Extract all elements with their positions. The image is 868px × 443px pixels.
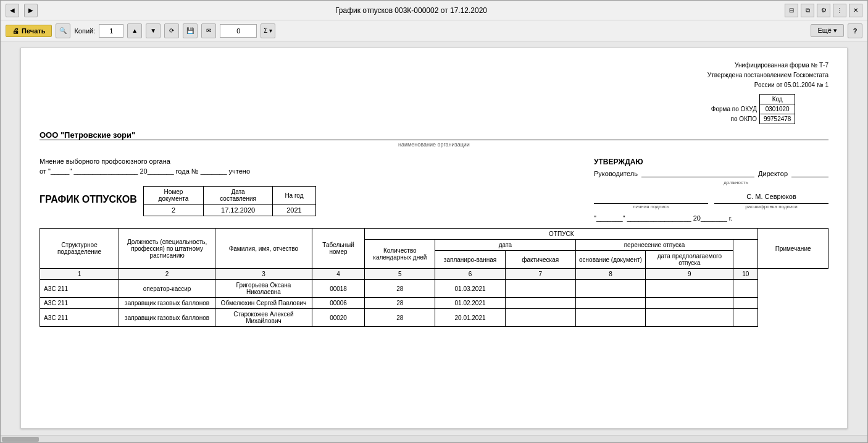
cell-days-1: 28 bbox=[365, 298, 435, 309]
print-button[interactable]: 🖨 Печать bbox=[6, 25, 52, 37]
rukovoditel-underline bbox=[641, 177, 754, 177]
org-sublabel: наименование организации bbox=[40, 141, 828, 148]
cell-tab-2: 00020 bbox=[312, 309, 365, 327]
cell-actual-0 bbox=[505, 280, 575, 298]
cell-actual-1 bbox=[505, 298, 575, 309]
main-table: Структурное подразделение Должность (спе… bbox=[40, 228, 828, 327]
okpo-value: 99752478 bbox=[759, 114, 795, 124]
copies-label: Копий: bbox=[74, 27, 95, 35]
th-transfer-date: дата предполагаемого отпуска bbox=[646, 251, 733, 269]
form-line3: России от 05.01.2004 № 1 bbox=[707, 80, 828, 90]
settings-win-button[interactable]: ⚙ bbox=[817, 4, 830, 17]
sigma-button[interactable]: Σ ▾ bbox=[261, 23, 275, 38]
cell-note-2 bbox=[733, 309, 758, 327]
lichnaya-label: личная подпись bbox=[594, 204, 708, 209]
org-section: ООО "Петровские зори" наименование орган… bbox=[40, 130, 828, 148]
okud-table: Код Форма по ОКУД 0301020 по ОКПО 997524… bbox=[707, 94, 796, 124]
table-row: АЗС 211 заправщик газовых баллонов Обмел… bbox=[40, 298, 828, 309]
cell-transfer-1 bbox=[646, 298, 733, 309]
th-date: дата bbox=[435, 240, 575, 251]
content-area: Унифицированная форма № Т-7 Утверждена п… bbox=[1, 41, 867, 435]
toolbar-right: Ещё ▾ ? bbox=[811, 23, 862, 38]
back-button[interactable]: ◀ bbox=[6, 4, 19, 17]
cell-name-2: Старокожев Алексей Михайлович bbox=[215, 309, 312, 327]
col-year-header: На год bbox=[273, 187, 316, 205]
cell-tab-1: 00006 bbox=[312, 298, 365, 309]
th-pos: Должность (специальность, профессия) по … bbox=[119, 229, 215, 269]
left-content: Мнение выборного профсоюзного органа от … bbox=[40, 158, 582, 222]
forward-button[interactable]: ▶ bbox=[24, 4, 38, 17]
scan-button[interactable]: 🔍 bbox=[56, 23, 70, 38]
cell-basis-1 bbox=[575, 298, 646, 309]
horizontal-scrollbar[interactable] bbox=[1, 435, 867, 442]
col-num-7: 7 bbox=[505, 269, 575, 280]
th-transfer: перенесение отпуска bbox=[575, 240, 733, 251]
cell-note-1 bbox=[733, 298, 758, 309]
print-label: Печать bbox=[22, 27, 45, 35]
save-button[interactable]: 💾 bbox=[183, 23, 198, 38]
okpo-label: по ОКПО bbox=[707, 114, 760, 124]
th-vacation: ОТПУСК bbox=[365, 229, 758, 240]
doc-header: Унифицированная форма № Т-7 Утверждена п… bbox=[40, 61, 828, 124]
middle-section: Мнение выборного профсоюзного органа от … bbox=[40, 158, 828, 222]
cell-dept-0: АЗС 211 bbox=[40, 280, 119, 298]
th-note: Примечание bbox=[758, 229, 828, 269]
increment-button[interactable]: ▲ bbox=[127, 23, 142, 38]
cell-pos-1: заправщик газовых баллонов bbox=[119, 298, 215, 309]
cell-actual-2 bbox=[505, 309, 575, 327]
th-dept: Структурное подразделение bbox=[40, 229, 119, 269]
approve-title: УТВЕРЖДАЮ bbox=[594, 158, 828, 166]
cell-days-2: 28 bbox=[365, 309, 435, 327]
sign-block-left: личная подпись bbox=[594, 193, 708, 209]
date-approval: "_______" _________________ 20_______ г. bbox=[594, 214, 828, 222]
th-days: Количество календарных дней bbox=[365, 240, 435, 269]
cell-transfer-2 bbox=[646, 309, 733, 327]
app-window: ◀ ▶ График отпусков 003К-000002 от 17.12… bbox=[0, 0, 868, 443]
doc-year-value: 2021 bbox=[273, 205, 316, 216]
okud-label: Форма по ОКУД bbox=[707, 104, 760, 114]
th-tab: Табельный номер bbox=[312, 229, 365, 269]
form-line1: Унифицированная форма № Т-7 bbox=[707, 61, 828, 70]
cell-name-0: Григорьева Оксана Николаевна bbox=[215, 280, 312, 298]
more-label: Ещё ▾ bbox=[817, 27, 837, 34]
decrement-button[interactable]: ▼ bbox=[146, 23, 161, 38]
org-name: ООО "Петровские зори" bbox=[40, 130, 828, 140]
copy-win-button[interactable]: ⧉ bbox=[801, 4, 814, 17]
dolzhnost-underline bbox=[791, 177, 828, 177]
dolzhnost-value: Директор bbox=[758, 170, 788, 177]
form-info-block: Унифицированная форма № Т-7 Утверждена п… bbox=[707, 61, 828, 124]
page-input[interactable] bbox=[220, 24, 257, 38]
help-button[interactable]: ? bbox=[848, 23, 862, 38]
scan-icon: 🔍 bbox=[59, 27, 67, 34]
col-num-header: Номердокумента bbox=[143, 187, 203, 205]
more-win-button[interactable]: ⋮ bbox=[833, 4, 846, 17]
copies-input[interactable] bbox=[99, 24, 123, 38]
doc-date-value: 17.12.2020 bbox=[204, 205, 273, 216]
cell-tab-0: 00018 bbox=[312, 280, 365, 298]
mail-button[interactable]: ✉ bbox=[201, 23, 216, 38]
cell-name-1: Обмелюхин Сергей Павлович bbox=[215, 298, 312, 309]
cell-dept-2: АЗС 211 bbox=[40, 309, 119, 327]
form-line2: Утверждена постановлением Госкомстата bbox=[707, 70, 828, 80]
cell-dept-1: АЗС 211 bbox=[40, 298, 119, 309]
close-button[interactable]: ✕ bbox=[849, 4, 862, 17]
kod-label bbox=[707, 95, 760, 104]
title-bar: ◀ ▶ График отпусков 003К-000002 от 17.12… bbox=[1, 1, 867, 20]
scrollbar-thumb[interactable] bbox=[2, 437, 39, 442]
doc-title: ГРАФИК ОТПУСКОВ bbox=[40, 194, 137, 205]
col-num-4: 4 bbox=[312, 269, 365, 280]
col-num-1: 1 bbox=[40, 269, 119, 280]
refresh-button[interactable]: ⟳ bbox=[164, 23, 179, 38]
help-label: ? bbox=[853, 27, 858, 35]
sign-value: С. М. Севрюков bbox=[714, 193, 828, 204]
col-num-6: 6 bbox=[435, 269, 506, 280]
cell-pos-0: оператор-кассир bbox=[119, 280, 215, 298]
sign-row: личная подпись С. М. Севрюков расшифровк… bbox=[594, 193, 828, 209]
cell-pos-2: заправщик газовых баллонов bbox=[119, 309, 215, 327]
more-button[interactable]: Ещё ▾ bbox=[811, 24, 844, 37]
th-planned: запланиро-ванная bbox=[435, 251, 506, 269]
org-left: ООО "Петровские зори" наименование орган… bbox=[40, 130, 828, 148]
th-name: Фамилия, имя, отчество bbox=[215, 229, 312, 269]
save-win-button[interactable]: ⊟ bbox=[785, 4, 798, 17]
doc-number-table: Номердокумента Датасоставления На год 2 … bbox=[143, 186, 316, 216]
